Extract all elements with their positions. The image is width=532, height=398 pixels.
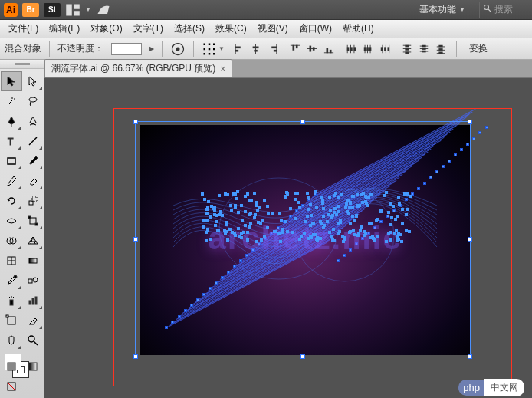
chevron-right-icon[interactable]: ▶ bbox=[149, 45, 154, 52]
divider bbox=[284, 42, 284, 56]
gpu-icon[interactable] bbox=[96, 3, 111, 17]
slice-tool[interactable] bbox=[23, 311, 44, 331]
panel-grip-icon[interactable] bbox=[0, 60, 44, 69]
lasso-tool[interactable] bbox=[23, 91, 44, 111]
type-tool[interactable]: T bbox=[1, 131, 22, 151]
menu-effect[interactable]: 效果(C) bbox=[210, 20, 252, 38]
svg-rect-13 bbox=[204, 53, 206, 55]
svg-rect-93 bbox=[35, 297, 37, 304]
document-tab[interactable]: 潮流字体.ai @ 66.67% (RGB/GPU 预览) × bbox=[44, 59, 232, 77]
selection-box bbox=[135, 121, 471, 357]
artboard-tool[interactable] bbox=[1, 311, 22, 331]
distribute-vbottom-icon[interactable] bbox=[433, 41, 448, 57]
blend-tool[interactable] bbox=[23, 271, 44, 291]
pencil-tool[interactable] bbox=[1, 171, 22, 191]
scale-tool[interactable] bbox=[23, 191, 44, 211]
color-swatches[interactable] bbox=[0, 350, 44, 355]
magic-wand-tool[interactable] bbox=[1, 91, 22, 111]
stock-icon[interactable]: St bbox=[44, 3, 61, 17]
transform-panel-link[interactable]: 变换 bbox=[465, 41, 492, 57]
align-top-icon[interactable] bbox=[287, 41, 303, 57]
menu-file[interactable]: 文件(F) bbox=[3, 20, 44, 38]
column-graph-tool[interactable] bbox=[23, 291, 44, 311]
control-bar: 混合对象 不透明度： ▶ ▼ 变换 bbox=[0, 38, 532, 60]
svg-rect-31 bbox=[324, 52, 333, 53]
svg-rect-43 bbox=[364, 47, 366, 51]
distribute-vcenter-icon[interactable] bbox=[416, 41, 432, 57]
workspace-label: 基本功能 bbox=[419, 3, 456, 16]
distribute-hright-icon[interactable] bbox=[377, 41, 392, 57]
menu-view[interactable]: 视图(V) bbox=[252, 20, 294, 38]
sel-handle-tm[interactable] bbox=[300, 120, 305, 124]
svg-rect-18 bbox=[235, 49, 238, 51]
bridge-icon[interactable]: Br bbox=[22, 3, 39, 17]
svg-text:T: T bbox=[8, 137, 14, 147]
eraser-tool[interactable] bbox=[23, 171, 44, 191]
symbol-sprayer-tool[interactable] bbox=[1, 291, 22, 311]
line-segment-tool[interactable] bbox=[23, 131, 44, 151]
hand-tool[interactable] bbox=[1, 331, 22, 350]
svg-rect-62 bbox=[422, 48, 425, 50]
sel-handle-ml[interactable] bbox=[133, 237, 138, 242]
rectangle-tool[interactable] bbox=[1, 151, 22, 171]
svg-rect-57 bbox=[405, 51, 409, 54]
workspace-selector[interactable]: 基本功能 ▼ bbox=[415, 2, 470, 18]
free-transform-tool[interactable] bbox=[23, 211, 44, 231]
sel-handle-bl[interactable] bbox=[133, 354, 138, 359]
svg-rect-14 bbox=[209, 53, 211, 55]
svg-rect-68 bbox=[438, 48, 442, 51]
paintbrush-tool[interactable] bbox=[23, 151, 44, 171]
menu-edit[interactable]: 编辑(E) bbox=[44, 20, 85, 38]
align-bottom-icon[interactable] bbox=[321, 41, 337, 57]
search-box[interactable]: 搜索 bbox=[479, 2, 528, 18]
menu-select[interactable]: 选择(S) bbox=[169, 20, 210, 38]
arrange-documents-icon[interactable] bbox=[65, 3, 80, 17]
sel-handle-br[interactable] bbox=[468, 354, 472, 359]
curvature-tool[interactable] bbox=[23, 111, 44, 131]
menu-help[interactable]: 帮助(H) bbox=[337, 20, 379, 38]
chevron-down-icon[interactable]: ▼ bbox=[218, 45, 225, 52]
distribute-hcenter-icon[interactable] bbox=[360, 41, 376, 57]
align-vcenter-icon[interactable] bbox=[304, 41, 320, 57]
mesh-tool[interactable] bbox=[1, 251, 22, 271]
svg-rect-26 bbox=[292, 44, 294, 50]
color-mode-icon[interactable] bbox=[1, 357, 22, 377]
svg-point-96 bbox=[28, 336, 34, 342]
close-icon[interactable]: × bbox=[220, 64, 225, 74]
gradient-tool[interactable] bbox=[23, 251, 44, 271]
sel-handle-tl[interactable] bbox=[133, 120, 138, 124]
eyedropper-tool[interactable] bbox=[1, 271, 22, 291]
sel-handle-mr[interactable] bbox=[468, 237, 472, 242]
svg-rect-23 bbox=[271, 46, 277, 48]
svg-rect-45 bbox=[369, 47, 372, 51]
width-tool[interactable] bbox=[1, 211, 22, 231]
sel-handle-tr[interactable] bbox=[468, 120, 472, 124]
svg-rect-38 bbox=[350, 47, 353, 51]
draw-mode-icon[interactable] bbox=[1, 377, 22, 396]
menu-window[interactable]: 窗口(W) bbox=[294, 20, 337, 38]
distribute-hleft-icon[interactable] bbox=[343, 41, 359, 57]
svg-line-4 bbox=[488, 9, 491, 12]
align-left-icon[interactable] bbox=[232, 41, 247, 57]
align-grid-icon[interactable] bbox=[202, 41, 217, 57]
distribute-vtop-icon[interactable] bbox=[399, 41, 415, 57]
shape-builder-tool[interactable] bbox=[1, 231, 22, 251]
svg-rect-75 bbox=[8, 158, 15, 164]
opacity-input[interactable] bbox=[111, 43, 142, 55]
svg-rect-55 bbox=[405, 44, 409, 47]
align-right-icon[interactable] bbox=[265, 41, 281, 57]
direct-selection-tool[interactable] bbox=[23, 71, 44, 91]
menu-type[interactable]: 文字(T) bbox=[128, 20, 169, 38]
document-tabs: 潮流字体.ai @ 66.67% (RGB/GPU 预览) × bbox=[0, 60, 532, 78]
zoom-tool[interactable] bbox=[23, 331, 44, 350]
perspective-grid-tool[interactable] bbox=[23, 231, 44, 251]
menu-object[interactable]: 对象(O) bbox=[85, 20, 127, 38]
gradient-mode-icon[interactable] bbox=[23, 357, 44, 377]
pen-tool[interactable] bbox=[1, 111, 22, 131]
sel-handle-bm[interactable] bbox=[300, 354, 305, 359]
fx-style-icon[interactable] bbox=[170, 41, 186, 57]
rotate-tool[interactable] bbox=[1, 191, 22, 211]
canvas[interactable]: archetz.mic bbox=[44, 78, 532, 398]
align-hcenter-icon[interactable] bbox=[248, 41, 264, 57]
selection-tool[interactable] bbox=[1, 71, 22, 91]
